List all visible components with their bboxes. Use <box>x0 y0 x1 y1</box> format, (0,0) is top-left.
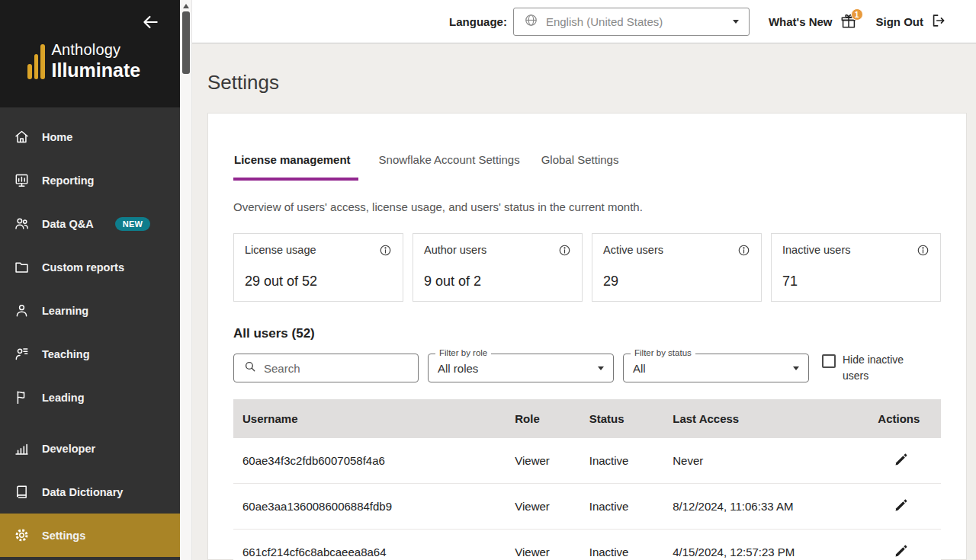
scroll-up-arrow[interactable] <box>183 4 189 8</box>
cell-last-access: Never <box>663 438 868 484</box>
info-icon[interactable] <box>737 244 750 257</box>
sidebar-item-home[interactable]: Home <box>0 115 180 158</box>
sidebar-item-label: Custom reports <box>42 261 124 274</box>
settings-tabs: License management Snowflake Account Set… <box>233 153 941 181</box>
language-label: Language: <box>449 15 507 28</box>
sidebar-item-leading[interactable]: Leading <box>0 376 180 419</box>
filter-by-role-select[interactable]: Filter by role All roles <box>428 354 614 382</box>
edit-user-button[interactable] <box>894 543 909 558</box>
stat-card-author-users: Author users 9 out of 2 <box>413 233 583 302</box>
info-icon[interactable] <box>917 244 929 257</box>
cell-username: 661cf214cf6c8abcaeea8a64 <box>233 530 506 560</box>
tab-license-management[interactable]: License management <box>233 153 358 181</box>
sidebar-item-label: Settings <box>42 530 85 542</box>
user-controls: Filter by role All roles Filter by statu… <box>233 352 941 384</box>
edit-user-button[interactable] <box>894 452 909 467</box>
sidebar-item-learning[interactable]: Learning <box>0 289 180 332</box>
filter-by-status-select[interactable]: Filter by status All <box>623 354 809 382</box>
stat-value: 29 out of 52 <box>245 274 392 290</box>
scrollbar[interactable] <box>180 0 192 560</box>
back-arrow-icon <box>140 23 160 34</box>
sidebar-item-label: Teaching <box>42 348 90 360</box>
table-header-row: Username Role Status Last Access Actions <box>233 399 941 438</box>
sidebar-item-data-dictionary[interactable]: Data Dictionary <box>0 470 180 514</box>
people-icon <box>14 216 30 232</box>
info-icon[interactable] <box>379 244 392 257</box>
sidebar-nav: Home Reporting Data Q&A NEW Custom r <box>0 107 180 557</box>
whats-new-button[interactable]: What's New 1 <box>769 12 858 30</box>
pencil-icon <box>894 504 909 515</box>
filter-status-value: All <box>633 362 646 375</box>
sidebar-item-developer[interactable]: Developer <box>0 427 180 470</box>
brand: Anthology Illuminate <box>27 41 168 82</box>
sidebar-item-data-qa[interactable]: Data Q&A NEW <box>0 202 180 245</box>
language-selected-value: English (United States) <box>546 15 725 28</box>
chevron-down-icon <box>733 20 739 24</box>
home-icon <box>14 129 30 145</box>
tab-snowflake-account-settings[interactable]: Snowflake Account Settings <box>378 153 521 181</box>
folder-icon <box>14 259 30 275</box>
sidebar-logo-area: Anthology Illuminate <box>0 0 180 107</box>
table-row: 60ae3aa1360086006884fdb9 Viewer Inactive… <box>233 484 941 530</box>
sidebar-item-label: Data Q&A <box>42 218 94 230</box>
sidebar-item-custom-reports[interactable]: Custom reports <box>0 245 180 289</box>
cell-last-access: 4/15/2024, 12:57:23 PM <box>663 530 868 560</box>
notification-badge: 1 <box>851 8 863 21</box>
stat-card-inactive-users: Inactive users 71 <box>771 233 941 302</box>
sidebar-item-label: Home <box>42 131 72 143</box>
overview-text: Overview of users' access, license usage… <box>233 200 941 213</box>
column-header-actions: Actions <box>868 399 941 438</box>
logout-icon <box>930 12 947 31</box>
reporting-icon <box>14 172 30 188</box>
topbar: Language: English (United States) What's… <box>192 0 976 43</box>
new-badge: NEW <box>115 217 151 231</box>
search-box <box>233 354 419 382</box>
stat-value: 71 <box>782 274 929 290</box>
stat-value: 9 out of 2 <box>424 274 571 290</box>
all-users-heading: All users (52) <box>233 326 941 341</box>
stat-label: License usage <box>245 244 316 256</box>
info-icon[interactable] <box>558 244 571 257</box>
app-window: Anthology Illuminate Home Reporting <box>0 0 976 560</box>
sidebar-item-teaching[interactable]: Teaching <box>0 332 180 376</box>
globe-icon <box>524 13 538 30</box>
table-row: 60ae34f3c2fdb6007058f4a6 Viewer Inactive… <box>233 438 941 484</box>
cell-role: Viewer <box>506 530 580 560</box>
pencil-icon <box>894 549 909 560</box>
edit-user-button[interactable] <box>894 498 909 513</box>
users-table: Username Role Status Last Access Actions… <box>233 399 941 560</box>
hide-inactive-checkbox[interactable] <box>822 354 836 368</box>
scrollbar-thumb[interactable] <box>182 11 190 74</box>
cell-username: 60ae34f3c2fdb6007058f4a6 <box>233 438 506 484</box>
gear-icon <box>14 527 30 543</box>
cell-role: Viewer <box>506 484 580 530</box>
stat-card-license-usage: License usage 29 out of 52 <box>233 233 403 302</box>
sidebar-item-settings[interactable]: Settings <box>0 514 180 557</box>
cell-status: Inactive <box>580 484 664 530</box>
sidebar-item-reporting[interactable]: Reporting <box>0 158 180 202</box>
page-title: Settings <box>207 71 967 94</box>
sign-out-label: Sign Out <box>876 15 924 28</box>
brand-text: Anthology Illuminate <box>52 41 141 82</box>
column-header-role: Role <box>506 399 580 438</box>
chevron-down-icon <box>793 366 799 370</box>
cell-status: Inactive <box>580 438 664 484</box>
stat-cards: License usage 29 out of 52 Author users <box>233 233 941 302</box>
stat-card-active-users: Active users 29 <box>592 233 762 302</box>
collapse-sidebar-button[interactable] <box>140 12 160 32</box>
book-icon <box>14 484 30 500</box>
settings-page: Settings License management Snowflake Ac… <box>192 43 976 560</box>
language-select[interactable]: English (United States) <box>513 8 750 36</box>
tab-global-settings[interactable]: Global Settings <box>541 153 620 181</box>
pencil-icon <box>894 458 909 469</box>
stat-label: Inactive users <box>782 244 850 256</box>
search-input[interactable] <box>264 362 409 375</box>
sidebar-item-label: Developer <box>42 443 95 455</box>
main-area: Language: English (United States) What's… <box>192 0 976 560</box>
hide-inactive-users-control: Hide inactive users <box>822 352 915 384</box>
cell-username: 60ae3aa1360086006884fdb9 <box>233 484 506 530</box>
sidebar-item-label: Reporting <box>42 174 94 187</box>
cell-role: Viewer <box>506 438 580 484</box>
sidebar-item-label: Data Dictionary <box>42 486 123 498</box>
sign-out-button[interactable]: Sign Out <box>876 12 948 31</box>
